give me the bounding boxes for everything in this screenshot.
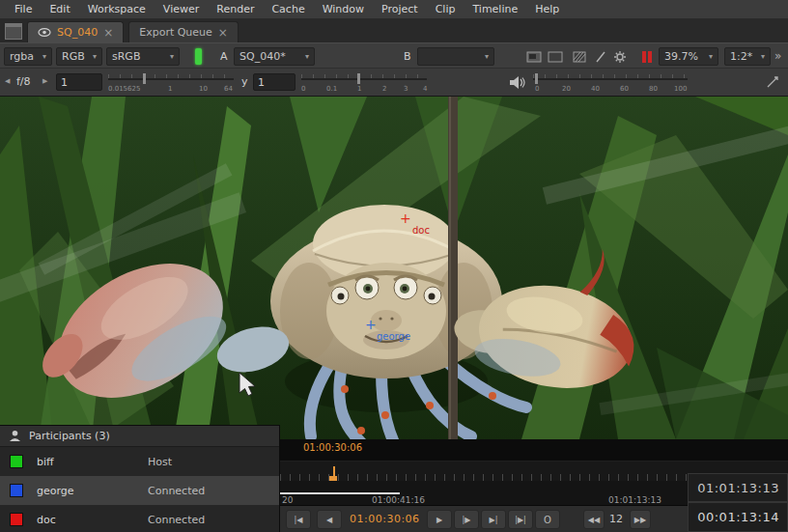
volume-tick-label: 40 bbox=[591, 85, 600, 93]
participant-status: Connected bbox=[148, 485, 205, 497]
next-edit-button[interactable]: ▶| bbox=[481, 510, 506, 529]
input-a-dropdown[interactable]: SQ_040* ▾ bbox=[234, 47, 315, 66]
chevron-down-icon: ▾ bbox=[709, 52, 713, 61]
play-button[interactable]: ▶ bbox=[427, 510, 452, 529]
fps-decrease-button[interactable]: ◀◀ bbox=[583, 510, 605, 529]
step-forward-button[interactable]: |▶ bbox=[454, 510, 479, 529]
speaker-icon[interactable] bbox=[510, 76, 525, 92]
participant-row-doc[interactable]: doc Connected bbox=[0, 505, 279, 532]
transport-bar: |◀ ◀ 01:00:30:06 ▶ |▶ ▶| |▶| O ◀◀ 12 ▶▶ bbox=[280, 505, 688, 532]
volume-tick-label: 60 bbox=[620, 85, 629, 93]
volume-slider[interactable]: 0 20 40 60 80 100 bbox=[533, 73, 688, 93]
tab-export-queue[interactable]: Export Queue × bbox=[128, 21, 239, 42]
colorspace-dropdown[interactable]: sRGB ▾ bbox=[106, 47, 180, 66]
monitor-output-icon[interactable] bbox=[524, 47, 544, 66]
input-b-dropdown[interactable]: ▾ bbox=[417, 47, 494, 66]
settings-gear-icon[interactable] bbox=[610, 47, 630, 66]
gamma-slider[interactable]: 0 0.1 1 2 3 4 bbox=[301, 73, 427, 93]
zoom-value: 39.7% bbox=[664, 50, 698, 63]
channels-value: rgba bbox=[10, 50, 34, 63]
doc-cross-marker: + bbox=[400, 210, 411, 226]
colorspace-value: sRGB bbox=[112, 50, 140, 63]
participants-title: Participants (3) bbox=[29, 430, 110, 442]
participant-color-swatch bbox=[10, 484, 23, 497]
proxy-dropdown[interactable]: 1:2* ▾ bbox=[724, 47, 771, 66]
tab-label: Export Queue bbox=[139, 26, 212, 39]
menu-clip[interactable]: Clip bbox=[427, 0, 464, 19]
timeline-section: 01:00:30:06 20 01:00:41:16 01:01:13:13 |… bbox=[280, 439, 788, 532]
gain-input[interactable] bbox=[56, 73, 102, 91]
close-icon[interactable]: × bbox=[218, 28, 228, 38]
participants-panel: Participants (3) biff Host george Connec… bbox=[0, 425, 280, 532]
menu-help[interactable]: Help bbox=[526, 0, 568, 19]
george-annotation-label: george bbox=[377, 331, 410, 342]
participant-row-biff[interactable]: biff Host bbox=[0, 447, 279, 476]
gamma-slider-groove bbox=[301, 78, 427, 80]
fstop-increase-icon[interactable]: ▶ bbox=[42, 77, 47, 85]
fstop-value: f/8 bbox=[16, 75, 31, 88]
fullscreen-icon[interactable] bbox=[546, 47, 565, 66]
menu-window[interactable]: Window bbox=[314, 0, 373, 19]
compare-slash-icon[interactable] bbox=[591, 47, 610, 66]
goto-out-button[interactable]: |▶| bbox=[508, 510, 533, 529]
pause-render-icon[interactable] bbox=[637, 47, 657, 66]
gain-tick-label: 64 bbox=[224, 85, 233, 93]
out-timecode: 01:01:13:13 bbox=[697, 481, 779, 495]
loop-toggle-button[interactable]: O bbox=[535, 510, 560, 529]
eye-icon bbox=[38, 28, 51, 37]
participant-name: biff bbox=[37, 456, 148, 468]
chevron-down-icon: ▾ bbox=[305, 52, 309, 61]
menu-cache[interactable]: Cache bbox=[263, 0, 313, 19]
gain-tick-label: 10 bbox=[199, 85, 208, 93]
tab-bar: SQ_040 × Export Queue × bbox=[0, 19, 788, 42]
fps-increase-button[interactable]: ▶▶ bbox=[630, 510, 651, 529]
input-a-value: SQ_040* bbox=[239, 50, 286, 63]
gamma-tick-label: 2 bbox=[382, 85, 386, 93]
menu-edit[interactable]: Edit bbox=[41, 0, 78, 19]
wipe-mode-icon[interactable] bbox=[570, 47, 589, 66]
menu-timeline[interactable]: Timeline bbox=[464, 0, 526, 19]
menu-file[interactable]: File bbox=[6, 0, 41, 19]
flare-icon[interactable] bbox=[766, 75, 779, 92]
volume-tick-label: 0 bbox=[535, 85, 539, 93]
volume-tick-label: 80 bbox=[649, 85, 658, 93]
close-icon[interactable]: × bbox=[103, 28, 113, 38]
duration-timecode-display: 00:01:13:14 bbox=[688, 502, 788, 532]
participants-header: Participants (3) bbox=[0, 426, 279, 447]
tab-viewer-sq040[interactable]: SQ_040 × bbox=[27, 21, 124, 42]
pole bbox=[448, 97, 458, 439]
gamma-input[interactable] bbox=[253, 73, 296, 91]
menu-render[interactable]: Render bbox=[208, 0, 263, 19]
expand-toolbar-icon[interactable]: » bbox=[774, 49, 781, 63]
participant-name: george bbox=[37, 485, 148, 497]
george-cross-marker: + bbox=[365, 317, 377, 332]
chevron-down-icon: ▾ bbox=[93, 52, 97, 61]
step-back-button[interactable]: ◀ bbox=[317, 510, 342, 529]
menu-workspace[interactable]: Workspace bbox=[79, 0, 155, 19]
menu-viewer[interactable]: Viewer bbox=[155, 0, 208, 19]
fstop-decrease-icon[interactable]: ◀ bbox=[5, 77, 10, 85]
goto-in-button[interactable]: |◀ bbox=[286, 510, 311, 529]
viewer-image: + doc + george bbox=[0, 97, 788, 439]
menu-project[interactable]: Project bbox=[373, 0, 427, 19]
volume-slider-handle[interactable] bbox=[535, 73, 538, 84]
viewer-canvas[interactable]: + doc + george bbox=[0, 97, 788, 439]
zoom-dropdown[interactable]: 39.7% ▾ bbox=[659, 47, 718, 66]
channels-dropdown[interactable]: rgba ▾ bbox=[4, 47, 52, 66]
gain-slider[interactable]: 0.015625 1 10 64 bbox=[108, 73, 234, 93]
gamma-slider-handle[interactable] bbox=[357, 73, 360, 84]
volume-slider-groove bbox=[533, 78, 688, 80]
chevron-down-icon: ▾ bbox=[761, 52, 765, 61]
chevron-down-icon: ▾ bbox=[170, 52, 174, 61]
gamma-tick-label: 0 bbox=[301, 85, 305, 93]
ruler-start-label: 20 bbox=[282, 495, 293, 505]
participant-row-george[interactable]: george Connected bbox=[0, 476, 279, 505]
gamut-dropdown[interactable]: RGB ▾ bbox=[56, 47, 102, 66]
fps-value[interactable]: 12 bbox=[609, 513, 623, 525]
volume-tick-label: 100 bbox=[674, 85, 687, 93]
pane-layout-icon[interactable] bbox=[5, 23, 22, 40]
participant-color-swatch bbox=[10, 513, 23, 526]
duration-timecode: 00:01:13:14 bbox=[697, 510, 779, 524]
gain-slider-handle[interactable] bbox=[143, 73, 146, 84]
out-timecode-display: 01:01:13:13 bbox=[688, 473, 788, 502]
